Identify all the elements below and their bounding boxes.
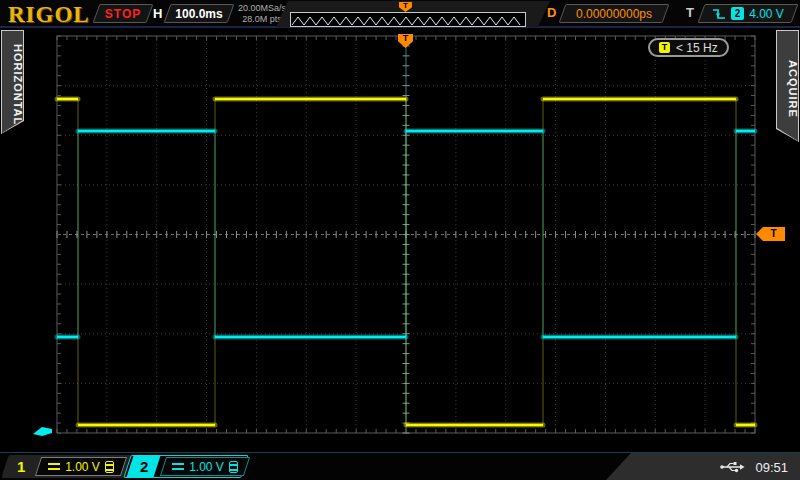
channel1-scale: 1.00 V	[65, 460, 100, 474]
tab-horizontal[interactable]: HORIZONTAL	[1, 30, 24, 134]
run-state-indicator[interactable]: STOP	[96, 4, 150, 23]
frequency-counter-icon: T	[659, 42, 670, 53]
channel2-scale-box: 1.00 V	[163, 457, 247, 476]
channel1-status[interactable]: 1 1.00 V	[5, 455, 129, 478]
tab-acquire[interactable]: ACQUIRE	[776, 30, 799, 142]
memory-preview: T	[282, 1, 544, 27]
dc-coupling-icon	[48, 463, 60, 470]
channel1-scale-box: 1.00 V	[38, 457, 124, 476]
memory-waveform-strip	[290, 12, 526, 27]
channel2-number: 2	[140, 457, 148, 476]
trigger-settings-box[interactable]: 2 4.00 V	[701, 4, 795, 23]
oscilloscope-screen: RIGOL STOP H 100.0ms 20.00MSa/s 28.0M pt…	[0, 0, 800, 480]
rigol-logo: RIGOL	[8, 2, 90, 28]
channel2-settings-icon	[229, 461, 238, 473]
waveform-display: HORIZONTAL ACQUIRE T < 15 Hz T T	[0, 28, 800, 452]
frequency-counter-value: < 15 Hz	[676, 41, 718, 55]
frequency-counter-badge: T < 15 Hz	[648, 38, 729, 57]
delay-value: 0.00000000ps	[562, 4, 666, 23]
channel2-status[interactable]: 2 1.00 V	[127, 455, 245, 478]
delay-box[interactable]: 0.00000000ps	[562, 4, 666, 23]
graticule-and-traces	[0, 28, 800, 452]
horizontal-label: H	[153, 6, 162, 21]
timebase-value: 100.0ms	[167, 4, 231, 23]
trigger-level-value: 4.00 V	[749, 7, 784, 21]
memory-waveform-icon	[291, 14, 525, 27]
trigger-label: T	[686, 5, 694, 20]
channel2-scale: 1.00 V	[189, 460, 224, 474]
usb-icon	[719, 460, 745, 474]
clock: 09:51	[755, 460, 788, 475]
run-state-label: STOP	[96, 4, 150, 23]
dc-coupling-icon	[172, 463, 184, 470]
channel1-number: 1	[17, 457, 25, 476]
falling-edge-icon	[712, 7, 726, 21]
delay-label: D	[547, 5, 556, 20]
status-bar: 1 1.00 V 2 1.00 V	[0, 452, 800, 480]
tab-acquire-label: ACQUIRE	[776, 30, 799, 142]
trigger-source-badge: 2	[731, 7, 744, 20]
tab-horizontal-label: HORIZONTAL	[1, 30, 24, 134]
timebase-box[interactable]: 100.0ms	[167, 4, 231, 23]
system-tray: 09:51	[605, 453, 800, 480]
header-bar: RIGOL STOP H 100.0ms 20.00MSa/s 28.0M pt…	[0, 0, 800, 28]
channel1-settings-icon	[105, 461, 114, 473]
